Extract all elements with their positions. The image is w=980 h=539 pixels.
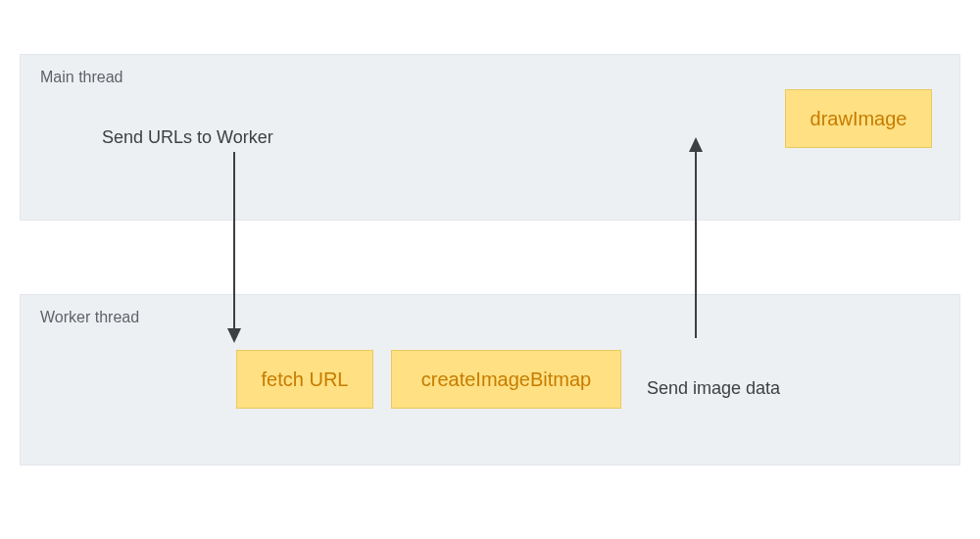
drawimage-box: drawImage	[785, 89, 932, 148]
svg-marker-1	[227, 328, 241, 343]
main-thread-label: Main thread	[40, 69, 123, 86]
send-image-data-annotation: Send image data	[647, 378, 780, 399]
fetch-url-box: fetch URL	[236, 350, 373, 409]
create-image-bitmap-box: createImageBitmap	[391, 350, 621, 409]
worker-thread-label: Worker thread	[40, 309, 139, 326]
arrow-down-icon	[224, 152, 244, 343]
svg-marker-3	[689, 137, 703, 152]
arrow-up-icon	[686, 137, 706, 338]
send-urls-annotation: Send URLs to Worker	[102, 127, 273, 148]
worker-thread-panel: Worker thread fetch URL createImageBitma…	[20, 294, 960, 466]
